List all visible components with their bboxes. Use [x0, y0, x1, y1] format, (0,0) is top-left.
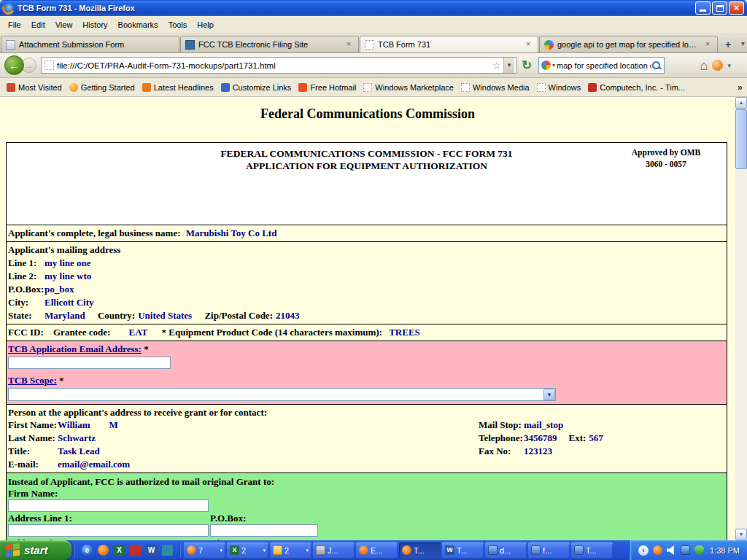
reload-button[interactable]: ↻	[519, 57, 535, 74]
task-button-folder-group[interactable]: 2▾	[270, 542, 311, 559]
firefox-quicklaunch-icon[interactable]	[98, 545, 109, 556]
task-button[interactable]: T...	[571, 542, 613, 559]
tray-volume-icon[interactable]	[667, 545, 676, 555]
word-quicklaunch-icon[interactable]: W	[146, 545, 157, 556]
tcb-scope-select[interactable]: ▼	[8, 388, 556, 401]
menu-help[interactable]: Help	[192, 18, 219, 32]
scroll-up-arrow-icon[interactable]: ▲	[735, 97, 747, 109]
menu-edit[interactable]: Edit	[26, 18, 50, 32]
tray-firefox-icon[interactable]	[653, 545, 662, 555]
hide-tray-icons-chevron[interactable]: ‹	[638, 545, 649, 556]
quick-launch-icon[interactable]	[162, 545, 173, 556]
bookmark-label: Windows Marketplace	[375, 83, 454, 92]
taskbar-clock[interactable]: 1:38 PM	[710, 546, 740, 555]
email-value: email@email.com	[58, 459, 130, 470]
quick-launch-icon[interactable]	[130, 545, 141, 556]
tab-bar: Attachment Submission Form FCC TCB Elect…	[0, 34, 747, 53]
addon-button[interactable]	[712, 60, 723, 71]
grant-address1-label: Address Line 1:	[8, 513, 72, 524]
bookmark-customize-links[interactable]: Customize Links	[217, 82, 295, 93]
navigation-toolbar: ← → ☆ ▾ ↻ ▾ ⌂ ▾	[0, 53, 747, 78]
bookmark-windows[interactable]: Windows	[533, 82, 585, 93]
task-button[interactable]: d...	[485, 542, 527, 559]
grant-address1-input[interactable]	[8, 524, 209, 537]
close-button[interactable]: ×	[729, 1, 744, 15]
task-button[interactable]: E...	[356, 542, 398, 559]
bookmark-windows-media[interactable]: Windows Media	[457, 82, 533, 93]
bookmark-latest-headlines[interactable]: Latest Headlines	[139, 82, 217, 93]
toolbar-dropdown-icon[interactable]: ▾	[727, 62, 731, 69]
scrollbar-thumb[interactable]	[735, 109, 747, 169]
tab-close-icon[interactable]: ×	[523, 39, 533, 50]
minimize-button[interactable]	[695, 1, 711, 15]
address-bar[interactable]: ☆ ▾	[41, 57, 516, 74]
tab-attachment-submission-form[interactable]: Attachment Submission Form	[1, 36, 179, 53]
new-tab-button[interactable]: +	[720, 37, 736, 52]
hotmail-icon	[298, 83, 307, 92]
task-button-excel-group[interactable]: X2▾	[227, 542, 268, 559]
search-magnifier-icon[interactable]	[651, 61, 662, 71]
form-page-icon	[6, 40, 15, 50]
default-favicon-icon	[537, 83, 546, 92]
task-button-firefox-group[interactable]: 7▾	[184, 542, 225, 559]
start-button[interactable]: start	[0, 540, 71, 560]
city-value: Ellicott City	[44, 297, 94, 308]
application-icon	[359, 545, 368, 555]
bookmark-getting-started[interactable]: Getting Started	[66, 82, 139, 93]
task-button-tcb-form-731-active[interactable]: T...	[399, 542, 441, 559]
ext-value: 567	[589, 432, 603, 443]
bookmark-computech[interactable]: Computech, Inc. - Tim...	[584, 82, 689, 93]
menu-view[interactable]: View	[50, 18, 78, 32]
search-bar[interactable]: ▾	[538, 57, 665, 74]
task-button-word[interactable]: WT...	[442, 542, 484, 559]
bookmarks-overflow-chevron[interactable]: »	[738, 82, 743, 93]
menu-tools[interactable]: Tools	[163, 18, 193, 32]
url-input[interactable]	[57, 61, 489, 70]
fcc-site-icon	[185, 40, 195, 50]
bookmark-free-hotmail[interactable]: Free Hotmail	[295, 82, 360, 93]
bookmark-most-visited[interactable]: Most Visited	[3, 82, 66, 93]
firm-name-input[interactable]	[8, 499, 209, 512]
task-button[interactable]: J...	[313, 542, 355, 559]
search-engine-dropdown-icon[interactable]: ▾	[552, 62, 555, 69]
task-button[interactable]: f...	[528, 542, 570, 559]
tray-network-icon[interactable]	[681, 545, 690, 555]
tcb-section: TCB Application Email Address: * TCB Sco…	[7, 341, 727, 405]
list-all-tabs-button[interactable]: ▾	[741, 39, 745, 47]
required-mark: *	[59, 375, 64, 386]
scroll-down-arrow-icon[interactable]: ▼	[735, 529, 747, 540]
tcb-email-input[interactable]	[8, 357, 171, 369]
search-input[interactable]	[557, 61, 651, 70]
tab-label: Attachment Submission Form	[19, 40, 174, 49]
excel-quicklaunch-icon[interactable]: X	[114, 545, 125, 556]
system-tray: ‹ 1:38 PM	[629, 540, 747, 560]
maximize-button[interactable]	[712, 1, 727, 15]
bookmark-label: Customize Links	[233, 83, 292, 92]
back-button[interactable]: ←	[4, 55, 24, 75]
url-history-dropdown-icon[interactable]: ▾	[503, 58, 514, 73]
bookmark-label: Windows	[549, 83, 581, 92]
internet-explorer-icon[interactable]: e	[82, 545, 93, 556]
contact-heading: Person at the applicant's address to rec…	[8, 407, 267, 418]
menu-history[interactable]: History	[77, 18, 112, 32]
tab-tcb-form-731[interactable]: TCB Form 731 ×	[360, 36, 538, 53]
grant-pobox-input[interactable]	[210, 524, 318, 537]
bookmark-windows-marketplace[interactable]: Windows Marketplace	[360, 82, 457, 93]
tray-security-icon[interactable]	[694, 545, 704, 555]
tab-close-icon[interactable]: ×	[703, 39, 713, 50]
zip-value: 21043	[276, 310, 300, 321]
pobox-value: po_box	[44, 284, 74, 295]
bookmark-star-icon[interactable]: ☆	[492, 60, 501, 71]
business-name-value: Marubishi Toy Co Ltd	[186, 228, 277, 238]
tab-google-api-map[interactable]: google api to get map for specified loca…	[539, 36, 718, 53]
google-search-engine-icon[interactable]	[541, 61, 551, 70]
menu-file[interactable]: File	[3, 18, 26, 32]
tab-fcc-tcb-filing-site[interactable]: FCC TCB Electronic Filing Site ×	[180, 36, 359, 53]
menu-bookmarks[interactable]: Bookmarks	[113, 18, 163, 32]
vertical-scrollbar[interactable]: ▲ ▼	[735, 97, 747, 540]
tab-close-icon[interactable]: ×	[344, 39, 354, 50]
mailing-address-section: Applicant's mailing address Line 1:my li…	[7, 242, 727, 324]
select-dropdown-icon[interactable]: ▼	[543, 389, 555, 400]
home-button[interactable]: ⌂	[700, 58, 708, 74]
required-mark: *	[144, 343, 149, 354]
